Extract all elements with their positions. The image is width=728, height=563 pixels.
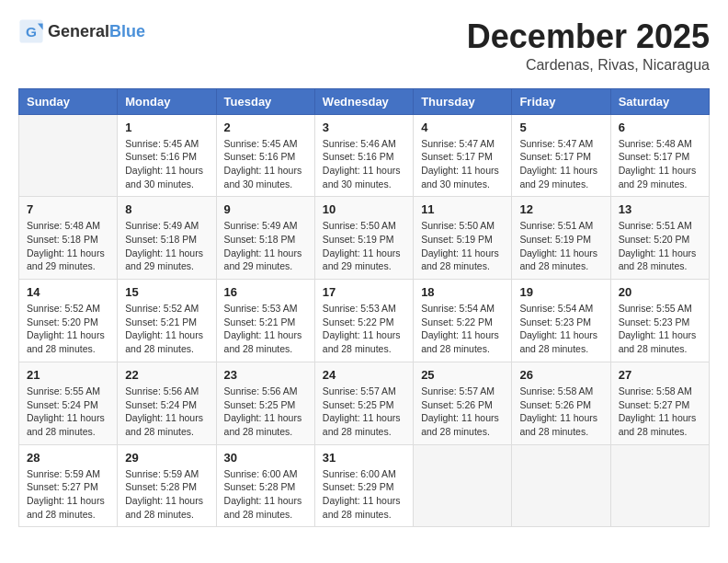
table-row: 3Sunrise: 5:46 AMSunset: 5:16 PMDaylight…	[314, 114, 413, 197]
calendar-header-row: Sunday Monday Tuesday Wednesday Thursday…	[19, 88, 710, 114]
day-number: 20	[619, 285, 701, 299]
table-row: 7Sunrise: 5:48 AMSunset: 5:18 PMDaylight…	[19, 197, 118, 280]
month-title: December 2025	[467, 18, 710, 55]
day-number: 9	[224, 202, 307, 216]
location-title: Cardenas, Rivas, Nicaragua	[467, 57, 710, 74]
table-row: 31Sunrise: 6:00 AMSunset: 5:29 PMDayligh…	[314, 444, 413, 527]
day-number: 31	[323, 451, 405, 465]
table-row: 5Sunrise: 5:47 AMSunset: 5:17 PMDaylight…	[512, 114, 610, 197]
calendar-week-row: 21Sunrise: 5:55 AMSunset: 5:24 PMDayligh…	[19, 362, 710, 444]
table-row: 18Sunrise: 5:54 AMSunset: 5:22 PMDayligh…	[414, 280, 512, 362]
day-info: Sunrise: 6:00 AMSunset: 5:28 PMDaylight:…	[224, 467, 307, 522]
day-number: 4	[421, 121, 504, 134]
day-number: 29	[125, 451, 208, 465]
calendar-week-row: 28Sunrise: 5:59 AMSunset: 5:27 PMDayligh…	[19, 444, 710, 527]
day-info: Sunrise: 5:49 AMSunset: 5:18 PMDaylight:…	[224, 219, 307, 273]
day-number: 23	[224, 368, 307, 382]
day-info: Sunrise: 5:55 AMSunset: 5:24 PMDaylight:…	[27, 385, 109, 439]
day-info: Sunrise: 5:52 AMSunset: 5:20 PMDaylight:…	[27, 302, 109, 356]
table-row: 17Sunrise: 5:53 AMSunset: 5:22 PMDayligh…	[314, 280, 413, 362]
day-info: Sunrise: 5:50 AMSunset: 5:19 PMDaylight:…	[323, 219, 405, 273]
day-number: 13	[619, 202, 701, 216]
day-info: Sunrise: 5:58 AMSunset: 5:26 PMDaylight:…	[519, 385, 602, 439]
table-row: 16Sunrise: 5:53 AMSunset: 5:21 PMDayligh…	[216, 280, 314, 362]
title-area: December 2025 Cardenas, Rivas, Nicaragua	[467, 18, 710, 74]
day-number: 12	[519, 202, 602, 216]
day-number: 24	[323, 368, 405, 382]
day-info: Sunrise: 5:59 AMSunset: 5:27 PMDaylight:…	[27, 467, 109, 522]
col-saturday: Saturday	[610, 88, 709, 114]
day-number: 26	[519, 368, 602, 382]
day-info: Sunrise: 5:57 AMSunset: 5:25 PMDaylight:…	[323, 385, 405, 439]
svg-text:G: G	[26, 24, 37, 40]
day-info: Sunrise: 5:59 AMSunset: 5:28 PMDaylight:…	[125, 467, 208, 522]
day-number: 2	[224, 121, 307, 134]
table-row: 24Sunrise: 5:57 AMSunset: 5:25 PMDayligh…	[314, 362, 413, 444]
day-info: Sunrise: 5:45 AMSunset: 5:16 PMDaylight:…	[125, 137, 208, 191]
col-monday: Monday	[118, 88, 216, 114]
col-sunday: Sunday	[19, 88, 118, 114]
table-row: 25Sunrise: 5:57 AMSunset: 5:26 PMDayligh…	[414, 362, 512, 444]
day-number: 21	[27, 368, 109, 382]
day-number: 6	[619, 121, 701, 134]
logo-icon: G	[18, 18, 44, 44]
table-row	[610, 444, 709, 527]
table-row: 26Sunrise: 5:58 AMSunset: 5:26 PMDayligh…	[512, 362, 610, 444]
table-row: 10Sunrise: 5:50 AMSunset: 5:19 PMDayligh…	[314, 197, 413, 280]
table-row: 22Sunrise: 5:56 AMSunset: 5:24 PMDayligh…	[118, 362, 216, 444]
day-info: Sunrise: 5:51 AMSunset: 5:20 PMDaylight:…	[619, 219, 701, 273]
day-number: 11	[421, 202, 504, 216]
table-row: 13Sunrise: 5:51 AMSunset: 5:20 PMDayligh…	[610, 197, 709, 280]
table-row: 29Sunrise: 5:59 AMSunset: 5:28 PMDayligh…	[118, 444, 216, 527]
col-tuesday: Tuesday	[216, 88, 314, 114]
table-row: 1Sunrise: 5:45 AMSunset: 5:16 PMDaylight…	[118, 114, 216, 197]
table-row: 30Sunrise: 6:00 AMSunset: 5:28 PMDayligh…	[216, 444, 314, 527]
col-wednesday: Wednesday	[314, 88, 413, 114]
day-info: Sunrise: 5:47 AMSunset: 5:17 PMDaylight:…	[519, 137, 602, 191]
day-info: Sunrise: 6:00 AMSunset: 5:29 PMDaylight:…	[323, 467, 405, 522]
day-number: 1	[125, 121, 208, 134]
table-row: 21Sunrise: 5:55 AMSunset: 5:24 PMDayligh…	[19, 362, 118, 444]
table-row: 19Sunrise: 5:54 AMSunset: 5:23 PMDayligh…	[512, 280, 610, 362]
day-info: Sunrise: 5:48 AMSunset: 5:18 PMDaylight:…	[27, 219, 109, 273]
table-row	[19, 114, 118, 197]
table-row	[414, 444, 512, 527]
table-row: 28Sunrise: 5:59 AMSunset: 5:27 PMDayligh…	[19, 444, 118, 527]
day-info: Sunrise: 5:55 AMSunset: 5:23 PMDaylight:…	[619, 302, 701, 356]
table-row: 4Sunrise: 5:47 AMSunset: 5:17 PMDaylight…	[414, 114, 512, 197]
calendar-week-row: 7Sunrise: 5:48 AMSunset: 5:18 PMDaylight…	[19, 197, 710, 280]
table-row: 23Sunrise: 5:56 AMSunset: 5:25 PMDayligh…	[216, 362, 314, 444]
table-row: 9Sunrise: 5:49 AMSunset: 5:18 PMDaylight…	[216, 197, 314, 280]
day-number: 5	[519, 121, 602, 134]
day-number: 8	[125, 202, 208, 216]
day-info: Sunrise: 5:56 AMSunset: 5:25 PMDaylight:…	[224, 385, 307, 439]
calendar-week-row: 14Sunrise: 5:52 AMSunset: 5:20 PMDayligh…	[19, 280, 710, 362]
table-row	[512, 444, 610, 527]
day-info: Sunrise: 5:51 AMSunset: 5:19 PMDaylight:…	[519, 219, 602, 273]
day-info: Sunrise: 5:54 AMSunset: 5:22 PMDaylight:…	[421, 302, 504, 356]
day-number: 16	[224, 285, 307, 299]
page-header: G General Blue December 2025 Cardenas, R…	[18, 18, 710, 74]
day-number: 15	[125, 285, 208, 299]
calendar-week-row: 1Sunrise: 5:45 AMSunset: 5:16 PMDaylight…	[19, 114, 710, 197]
day-info: Sunrise: 5:56 AMSunset: 5:24 PMDaylight:…	[125, 385, 208, 439]
day-number: 7	[27, 202, 109, 216]
day-info: Sunrise: 5:57 AMSunset: 5:26 PMDaylight:…	[421, 385, 504, 439]
col-thursday: Thursday	[414, 88, 512, 114]
table-row: 20Sunrise: 5:55 AMSunset: 5:23 PMDayligh…	[610, 280, 709, 362]
table-row: 27Sunrise: 5:58 AMSunset: 5:27 PMDayligh…	[610, 362, 709, 444]
day-info: Sunrise: 5:45 AMSunset: 5:16 PMDaylight:…	[224, 137, 307, 191]
logo: G General Blue	[18, 18, 145, 44]
table-row: 12Sunrise: 5:51 AMSunset: 5:19 PMDayligh…	[512, 197, 610, 280]
day-info: Sunrise: 5:53 AMSunset: 5:21 PMDaylight:…	[224, 302, 307, 356]
logo-text-blue: Blue	[109, 22, 145, 41]
table-row: 6Sunrise: 5:48 AMSunset: 5:17 PMDaylight…	[610, 114, 709, 197]
day-number: 19	[519, 285, 602, 299]
table-row: 11Sunrise: 5:50 AMSunset: 5:19 PMDayligh…	[414, 197, 512, 280]
table-row: 14Sunrise: 5:52 AMSunset: 5:20 PMDayligh…	[19, 280, 118, 362]
day-number: 14	[27, 285, 109, 299]
table-row: 8Sunrise: 5:49 AMSunset: 5:18 PMDaylight…	[118, 197, 216, 280]
day-number: 3	[323, 121, 405, 134]
day-info: Sunrise: 5:53 AMSunset: 5:22 PMDaylight:…	[323, 302, 405, 356]
table-row: 15Sunrise: 5:52 AMSunset: 5:21 PMDayligh…	[118, 280, 216, 362]
